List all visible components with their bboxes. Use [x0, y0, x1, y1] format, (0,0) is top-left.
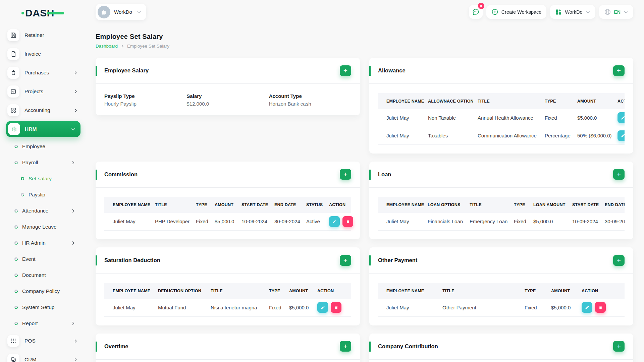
- edit-button[interactable]: [618, 130, 625, 141]
- add-overtime-button[interactable]: +: [340, 341, 351, 352]
- sidebar-item-pos[interactable]: POS: [0, 331, 86, 350]
- sidebar-item-document[interactable]: Document: [0, 267, 86, 283]
- cell: Taxables: [428, 127, 478, 144]
- column-header: EMPLOYEE NAME: [378, 283, 442, 299]
- sidebar-item-label: Report: [22, 320, 38, 326]
- workspace-menu-button[interactable]: WorkDo: [550, 5, 595, 19]
- card-saturation-deduction: Saturation Deduction + EMPLOYEE NAME DED…: [96, 247, 360, 325]
- sidebar-item-system-setup[interactable]: System Setup: [0, 299, 86, 315]
- create-workspace-button[interactable]: Create Workspace: [486, 5, 547, 19]
- table-header-row: EMPLOYEE NAME DEDUCTION OPTION TITLE TYP…: [104, 283, 351, 299]
- sidebar-item-hrm[interactable]: HRM: [6, 121, 80, 137]
- messages-button[interactable]: 0: [469, 5, 483, 19]
- delete-button[interactable]: [595, 302, 606, 313]
- sidebar-item-label: Payroll: [22, 160, 38, 166]
- sidebar-item-attendance[interactable]: Attendance: [0, 203, 86, 219]
- sidebar-item-label: Accounting: [24, 107, 50, 113]
- create-workspace-label: Create Workspace: [501, 9, 542, 15]
- column-header: TITLE: [442, 283, 525, 299]
- cell: Fixed: [196, 213, 215, 231]
- sidebar-item-event[interactable]: Event: [0, 251, 86, 267]
- column-header: ACTION: [582, 283, 625, 299]
- pencil-icon: [621, 133, 625, 138]
- brand-logo[interactable]: DASH: [0, 0, 86, 26]
- saturation-deduction-table: EMPLOYEE NAME DEDUCTION OPTION TITLE TYP…: [104, 283, 351, 317]
- sidebar-item-payslip[interactable]: Payslip: [0, 187, 86, 203]
- column-header: TYPE: [514, 197, 533, 213]
- workspace-name: WorkDo: [114, 9, 132, 15]
- pencil-icon: [332, 219, 337, 224]
- hrm-icon: [8, 123, 20, 135]
- cell: 30-09-2024: [605, 213, 625, 231]
- chevron-right-icon: [71, 160, 75, 165]
- cell: Juliet May: [378, 299, 442, 316]
- language-label: EN: [614, 9, 621, 15]
- sidebar-item-manage-leave[interactable]: Manage Leave: [0, 219, 86, 235]
- add-commission-button[interactable]: +: [340, 169, 351, 180]
- main-content: Employee Set Salary Dashboard Employee S…: [86, 0, 644, 362]
- delete-button[interactable]: [342, 216, 353, 227]
- workspace-selector[interactable]: WorkDo: [96, 4, 146, 20]
- column-header: START DATE: [572, 197, 605, 213]
- sidebar-item-label: Attendance: [22, 208, 48, 214]
- sidebar-item-crm[interactable]: CRM: [0, 350, 86, 362]
- cell: Fixed: [514, 213, 533, 231]
- card-title: Loan: [378, 171, 391, 178]
- column-header: TITLE: [211, 283, 269, 299]
- edit-button[interactable]: [317, 302, 328, 313]
- edit-button[interactable]: [329, 216, 340, 227]
- card-loan: Loan + EMPLOYEE NAME LOAN OPTIONS TITLE …: [369, 162, 633, 240]
- add-other-payment-button[interactable]: +: [613, 255, 625, 266]
- edit-button[interactable]: [582, 302, 592, 313]
- sidebar-item-retainer[interactable]: Retainer: [0, 26, 86, 45]
- cell: 10-09-2024: [572, 213, 605, 231]
- sidebar-item-projects[interactable]: Projects: [0, 82, 86, 101]
- add-company-contribution-button[interactable]: +: [613, 341, 625, 352]
- column-header: AMOUNT: [215, 197, 241, 213]
- cell: 50% ($6,000.0): [577, 127, 618, 144]
- add-employee-salary-button[interactable]: +: [340, 65, 351, 76]
- sidebar-item-payroll[interactable]: Payroll: [0, 155, 86, 171]
- sidebar-item-invoice[interactable]: Invoice: [0, 45, 86, 63]
- cell: Communication Allowance: [478, 127, 545, 144]
- accounting-icon: [7, 104, 19, 116]
- sidebar-item-report[interactable]: Report: [0, 315, 86, 331]
- language-selector[interactable]: EN: [599, 5, 633, 19]
- pencil-icon: [621, 116, 625, 120]
- cell: Financials Loan: [428, 213, 470, 231]
- sidebar-item-label: Set salary: [29, 176, 52, 182]
- sidebar-item-set-salary[interactable]: Set salary: [0, 171, 86, 187]
- column-header: EMPLOYEE NAME: [104, 283, 158, 299]
- column-header: TYPE: [269, 283, 289, 299]
- sidebar-item-purchases[interactable]: Purchases: [0, 63, 86, 82]
- column-header: LOAN OPTIONS: [428, 197, 470, 213]
- column-header: EMPLOYEE NAME: [104, 197, 155, 213]
- loan-table: EMPLOYEE NAME LOAN OPTIONS TITLE TYPE LO…: [378, 197, 625, 231]
- chevron-right-icon: [73, 70, 78, 75]
- sidebar-item-accounting[interactable]: Accounting: [0, 101, 86, 120]
- add-saturation-deduction-button[interactable]: +: [340, 255, 351, 266]
- cell: $5,000.0: [533, 213, 572, 231]
- column-header: EMPLOYEE NAME: [378, 93, 428, 109]
- card-title: Company Contribution: [378, 343, 438, 350]
- column-header: ACTION: [317, 283, 351, 299]
- column-header: TITLE: [478, 93, 545, 109]
- bullet-icon: [21, 177, 24, 180]
- card-title: Saturation Deduction: [104, 257, 160, 263]
- column-header: ACTION: [329, 197, 351, 213]
- building-icon: [98, 6, 110, 18]
- sidebar-item-company-policy[interactable]: Company Policy: [0, 283, 86, 299]
- bullet-icon: [14, 241, 18, 245]
- table-row: Juliet May Taxables Communication Allowa…: [378, 127, 625, 144]
- delete-button[interactable]: [331, 302, 341, 313]
- table-header-row: EMPLOYEE NAME TITLE TYPE AMOUNT ACTION: [378, 283, 625, 299]
- sidebar-item-hr-admin[interactable]: HR Admin: [0, 235, 86, 251]
- sidebar-item-employee[interactable]: Employee: [0, 138, 86, 155]
- add-allowance-button[interactable]: +: [613, 65, 625, 76]
- add-loan-button[interactable]: +: [613, 169, 625, 180]
- breadcrumb-dashboard-link[interactable]: Dashboard: [96, 44, 118, 49]
- topbar: WorkDo 0 Create Workspace WorkDo EN: [86, 0, 644, 24]
- retainer-icon: [7, 29, 19, 41]
- cell: $5,000.0: [215, 213, 241, 231]
- edit-button[interactable]: [618, 112, 625, 123]
